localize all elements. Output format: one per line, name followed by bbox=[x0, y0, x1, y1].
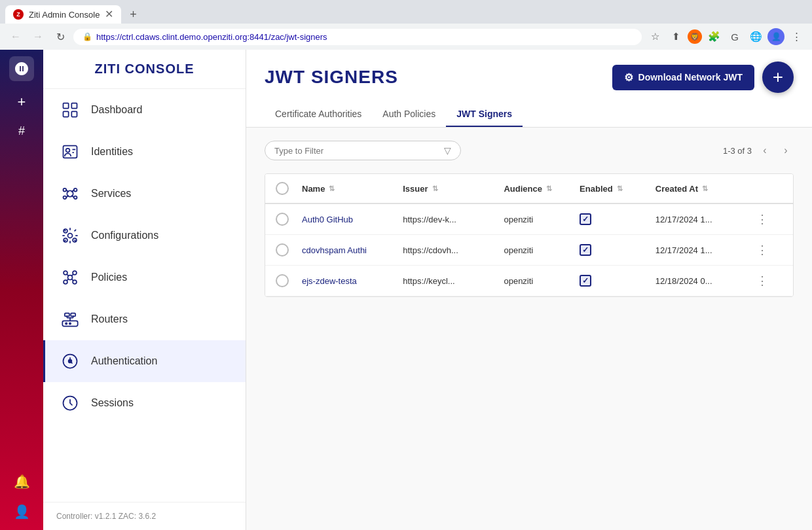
row-select-2[interactable] bbox=[276, 243, 289, 256]
sidebar-item-policies[interactable]: Policies bbox=[43, 256, 246, 298]
policies-label: Policies bbox=[91, 272, 127, 283]
bookmark-button[interactable]: ☆ bbox=[646, 27, 664, 46]
back-button[interactable]: ← bbox=[7, 27, 25, 46]
share-button[interactable]: ⬆ bbox=[667, 27, 685, 46]
row-menu-2[interactable]: ⋮ bbox=[756, 243, 768, 256]
authentication-icon bbox=[58, 349, 82, 373]
svg-line-27 bbox=[71, 274, 73, 275]
main-header: JWT SIGNERS ⚙ Download Network JWT + Cer… bbox=[246, 50, 812, 128]
sidebar-hash-button[interactable]: # bbox=[10, 119, 33, 143]
row-actions-1: ⋮ bbox=[756, 212, 783, 226]
row-issuer-1: https://dev-k... bbox=[403, 215, 504, 224]
sidebar-item-services[interactable]: Services bbox=[43, 173, 246, 215]
row-created-1: 12/17/2024 1... bbox=[655, 215, 756, 224]
configurations-icon bbox=[58, 224, 82, 247]
row-menu-3[interactable]: ⋮ bbox=[756, 274, 768, 287]
favicon: Z bbox=[13, 9, 24, 20]
routers-label: Routers bbox=[91, 313, 128, 325]
col-header-audience[interactable]: Audience ⇅ bbox=[504, 184, 580, 194]
row-name-link-2[interactable]: cdovhspam Authi bbox=[302, 245, 367, 255]
tab-certificate-authorities[interactable]: Certificate Authorities bbox=[265, 102, 372, 127]
row-select-1[interactable] bbox=[276, 213, 289, 226]
enabled-checkbox-2[interactable] bbox=[580, 244, 591, 256]
extension-3[interactable]: 🌐 bbox=[747, 27, 765, 46]
main-content: JWT SIGNERS ⚙ Download Network JWT + Cer… bbox=[246, 50, 812, 530]
row-audience-3: openziti bbox=[504, 276, 580, 286]
sidebar-item-routers[interactable]: Routers bbox=[43, 298, 246, 340]
menu-button[interactable]: ⋮ bbox=[787, 27, 805, 46]
sidebar-add-button[interactable]: + bbox=[10, 90, 33, 114]
svg-point-40 bbox=[69, 360, 72, 363]
select-all-checkbox[interactable] bbox=[276, 182, 289, 195]
extension-1[interactable]: 🧩 bbox=[705, 27, 723, 46]
prev-page-button[interactable]: ‹ bbox=[757, 143, 773, 158]
row-menu-1[interactable]: ⋮ bbox=[756, 213, 768, 226]
page-title: JWT SIGNERS bbox=[265, 67, 398, 88]
accent-bar: + # 🔔 👤 bbox=[0, 50, 43, 530]
svg-point-23 bbox=[73, 271, 77, 275]
download-icon: ⚙ bbox=[624, 71, 633, 84]
svg-rect-30 bbox=[62, 321, 77, 326]
add-button[interactable]: + bbox=[762, 62, 794, 93]
row-name-link-3[interactable]: ejs-zdew-testa bbox=[302, 276, 357, 286]
sidebar-item-sessions[interactable]: Sessions bbox=[43, 382, 246, 424]
svg-line-15 bbox=[66, 195, 69, 198]
policies-icon bbox=[58, 266, 82, 289]
bell-icon[interactable]: 🔔 bbox=[10, 470, 33, 493]
svg-point-24 bbox=[64, 280, 67, 284]
configurations-label: Configurations bbox=[91, 230, 158, 241]
row-name-1: Auth0 GitHub bbox=[302, 215, 403, 224]
sidebar-item-configurations[interactable]: Configurations bbox=[43, 215, 246, 256]
download-btn-label: Download Network JWT bbox=[638, 72, 743, 82]
svg-line-28 bbox=[67, 279, 68, 280]
svg-rect-3 bbox=[71, 111, 77, 116]
forward-button[interactable]: → bbox=[29, 27, 47, 46]
svg-point-17 bbox=[68, 234, 73, 238]
enabled-checkbox-1[interactable] bbox=[580, 213, 591, 225]
svg-rect-2 bbox=[64, 111, 69, 116]
brave-shield[interactable]: 🦁 bbox=[688, 29, 702, 44]
next-page-button[interactable]: › bbox=[778, 143, 794, 158]
col-header-name[interactable]: Name ⇅ bbox=[302, 184, 403, 194]
refresh-button[interactable]: ↻ bbox=[51, 27, 69, 46]
tab-jwt-signers[interactable]: JWT Signers bbox=[446, 102, 523, 127]
col-header-created-at[interactable]: Created At ⇅ bbox=[655, 184, 756, 194]
profile-button[interactable]: 👤 bbox=[767, 28, 784, 45]
extension-2[interactable]: G bbox=[726, 27, 744, 46]
svg-line-13 bbox=[66, 190, 69, 192]
user-avatar[interactable]: 👤 bbox=[10, 500, 33, 523]
row-actions-2: ⋮ bbox=[756, 243, 783, 257]
address-bar[interactable]: 🔒 https://ctrl.cdaws.clint.demo.openziti… bbox=[73, 29, 642, 45]
new-tab-button[interactable]: + bbox=[124, 5, 142, 24]
table-row: Auth0 GitHub https://dev-k... openziti 1… bbox=[265, 204, 793, 235]
sidebar-item-authentication[interactable]: Authentication bbox=[43, 340, 246, 382]
col-header-issuer[interactable]: Issuer ⇅ bbox=[403, 184, 504, 194]
dashboard-label: Dashboard bbox=[91, 104, 142, 116]
row-actions-3: ⋮ bbox=[756, 274, 783, 288]
sidebar-item-dashboard[interactable]: Dashboard bbox=[43, 89, 246, 131]
created-sort-icon: ⇅ bbox=[702, 185, 708, 193]
app-logo[interactable] bbox=[9, 56, 34, 81]
sidebar-item-identities[interactable]: Identities bbox=[43, 131, 246, 173]
download-jwt-button[interactable]: ⚙ Download Network JWT bbox=[612, 65, 754, 90]
svg-line-14 bbox=[71, 190, 74, 192]
table-header: Name ⇅ Issuer ⇅ Audience ⇅ Enabled ⇅ bbox=[265, 174, 793, 204]
filter-input[interactable] bbox=[274, 146, 439, 156]
svg-line-29 bbox=[71, 279, 73, 280]
close-tab-button[interactable]: ✕ bbox=[105, 9, 113, 20]
browser-chrome: Z Ziti Admin Console ✕ + ← → ↻ 🔒 https:/… bbox=[0, 0, 812, 50]
services-icon bbox=[58, 182, 82, 205]
col-header-enabled[interactable]: Enabled ⇅ bbox=[580, 184, 655, 194]
row-audience-1: openziti bbox=[504, 215, 580, 224]
browser-tab[interactable]: Z Ziti Admin Console ✕ bbox=[5, 5, 121, 24]
row-name-link-1[interactable]: Auth0 GitHub bbox=[302, 215, 353, 224]
name-sort-icon: ⇅ bbox=[329, 185, 335, 193]
sidebar-footer: Controller: v1.2.1 ZAC: 3.6.2 bbox=[43, 502, 246, 530]
enabled-checkbox-3[interactable] bbox=[580, 275, 591, 287]
tab-bar: Z Ziti Admin Console ✕ + bbox=[0, 0, 812, 24]
sidebar: ZITI CONSOLE Dashboard bbox=[43, 50, 246, 530]
tab-auth-policies[interactable]: Auth Policies bbox=[372, 102, 446, 127]
row-select-3[interactable] bbox=[276, 274, 289, 287]
routers-icon bbox=[58, 308, 82, 331]
svg-rect-1 bbox=[71, 103, 77, 109]
